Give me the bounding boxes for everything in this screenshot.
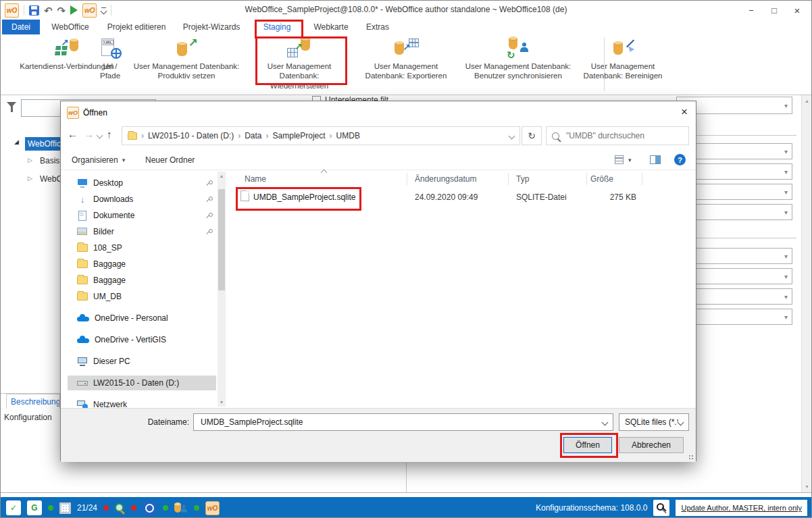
column-header-size[interactable]: Größe [590, 174, 613, 184]
map-database-icon: ↗ [51, 37, 82, 60]
search-box[interactable] [546, 126, 689, 145]
redo-icon[interactable]: ↷ [57, 5, 66, 16]
new-folder-button[interactable]: Neuer Ordner [145, 155, 195, 165]
file-modified: 24.09.2020 09:49 [415, 192, 478, 202]
breadcrumb[interactable]: › LW2015-10 - Daten (D:) › Data › Sample… [122, 126, 520, 145]
tab-staging[interactable]: Staging [256, 20, 298, 34]
sync-status-icon[interactable]: G [27, 500, 42, 515]
view-dropdown-icon[interactable]: ▾ [628, 157, 632, 163]
sidebar-item-downloads[interactable]: ↓ Downloads [68, 192, 216, 207]
ribbon-button-umdb-produktiv-setzen[interactable]: ↗ User Management Datenbank: Produktiv s… [129, 37, 244, 90]
help-icon[interactable]: ? [674, 154, 686, 165]
dialog-close-icon[interactable]: × [681, 105, 688, 119]
breadcrumb-item-drive[interactable]: LW2015-10 - Daten (D:) [148, 131, 234, 140]
filename-label: Dateiname: [141, 417, 189, 427]
element-counter: 21/24 [77, 503, 97, 513]
tab-webkarte[interactable]: Webkarte [306, 20, 356, 34]
breadcrumb-separator: › [266, 131, 269, 140]
sort-ascending-icon[interactable] [321, 170, 328, 176]
sidebar-item-baggage-2[interactable]: Baggage [68, 273, 216, 288]
sidebar-item-dieser-pc[interactable]: Dieser PC [68, 354, 216, 369]
tab-extras[interactable]: Extras [360, 20, 395, 34]
run-icon[interactable] [70, 5, 78, 15]
user-database-icon[interactable] [174, 502, 188, 514]
ribbon-button-umdb-wiederherstellen[interactable]: ↗ User Management Datenbank: Wiederherst… [257, 37, 341, 90]
sidebar-item-baggage[interactable]: Baggage [68, 257, 216, 271]
column-separator[interactable] [586, 173, 587, 185]
column-separator[interactable] [407, 173, 407, 185]
column-header-name[interactable]: Name [245, 174, 266, 184]
ribbon-button-umdb-benutzer-synchronisieren[interactable]: ↻ User Management Datenbank: Benutzer sy… [457, 37, 579, 90]
sidebar-item-bilder[interactable]: Bilder [68, 224, 216, 239]
server-icon[interactable] [59, 502, 71, 514]
minimize-icon[interactable]: − [740, 1, 763, 20]
tab-weboffice[interactable]: WebOffice [44, 20, 97, 34]
dialog-title-bar: wO Öffnen × [61, 101, 696, 124]
back-icon[interactable]: ← [68, 128, 78, 140]
breadcrumb-dropdown-icon[interactable] [509, 132, 515, 139]
validation-icon[interactable]: ✓ [6, 500, 21, 515]
sidebar-scrollbar[interactable]: ▴ ▾ [218, 172, 226, 407]
preview-pane-icon[interactable] [650, 155, 661, 164]
search-service-icon[interactable] [115, 503, 125, 513]
organize-menu[interactable]: Organisieren ▾ [72, 155, 125, 165]
tab-beschreibung[interactable]: Beschreibung [6, 394, 60, 409]
up-icon[interactable]: ↑ [107, 128, 112, 140]
breadcrumb-item-sampleproject[interactable]: SampleProject [273, 131, 326, 140]
column-separator[interactable] [642, 173, 642, 185]
filename-combobox[interactable] [193, 413, 613, 431]
ribbon-button-url-pfade[interactable]: URL Url / Pfade [94, 37, 126, 90]
breadcrumb-item-data[interactable]: Data [245, 131, 261, 140]
tab-datei[interactable]: Datei [2, 20, 40, 34]
key-icon[interactable] [653, 500, 669, 516]
tree-expander-expanded-icon[interactable]: ◢ [14, 138, 19, 145]
weboffice-service-icon[interactable]: wO [205, 501, 220, 515]
sidebar-item-onedrive-vertigis[interactable]: OneDrive - VertiGIS [68, 332, 216, 347]
column-header-modified[interactable]: Änderungsdatum [415, 174, 476, 184]
ribbon-button-umdb-exportieren[interactable]: ↗ User Management Datenbank: Exportieren [363, 37, 449, 90]
forward-icon: → [84, 128, 94, 140]
sidebar-item-um-db[interactable]: UM_DB [68, 289, 216, 304]
sidebar-item-lw2015-drive[interactable]: LW2015-10 - Daten (D:) [68, 375, 216, 390]
maximize-icon[interactable]: □ [763, 1, 786, 20]
column-header-type[interactable]: Typ [516, 174, 529, 184]
sidebar-item-dokumente[interactable]: Dokumente [68, 208, 216, 223]
tab-projekt-editieren[interactable]: Projekt editieren [101, 20, 172, 34]
file-name[interactable]: UMDB_SampleProject.sqlite [253, 192, 355, 202]
view-options-icon[interactable] [615, 155, 624, 164]
dropdown-icon [678, 419, 684, 425]
recent-locations-icon[interactable] [97, 132, 103, 139]
column-separator[interactable] [508, 173, 509, 185]
cancel-button[interactable]: Abbrechen [619, 437, 684, 453]
sidebar-item-108-sp[interactable]: 108_SP [68, 240, 216, 255]
refresh-icon[interactable]: ↻ [522, 126, 542, 145]
tab-konfiguration[interactable]: Konfiguration [4, 413, 60, 423]
arcgis-icon[interactable] [143, 501, 157, 515]
breadcrumb-item-umdb[interactable]: UMDB [336, 131, 360, 140]
filename-input[interactable] [199, 417, 603, 428]
weboffice-icon[interactable]: wO [82, 3, 97, 18]
ribbon-button-umdb-bereinigen[interactable]: User Management Datenbank: Bereinigen [574, 37, 672, 90]
sidebar-item-onedrive-personal[interactable]: OneDrive - Personal [68, 311, 216, 326]
filetype-select[interactable]: SQLite files (*.*) [619, 413, 689, 431]
sidebar-item-desktop[interactable]: Desktop [68, 176, 216, 190]
undo-icon[interactable]: ↶ [44, 5, 53, 16]
open-button[interactable]: Öffnen [563, 437, 612, 453]
separator [111, 5, 111, 16]
save-icon[interactable] [29, 5, 39, 16]
resize-grip[interactable] [688, 455, 694, 460]
customize-quick-access-icon[interactable] [101, 7, 106, 14]
tree-expander-collapsed-icon[interactable]: ▷ [28, 175, 32, 182]
tree-item-basis[interactable]: Basis [40, 156, 59, 165]
search-input[interactable] [565, 130, 683, 141]
status-dot-red [131, 505, 136, 511]
tab-projekt-wizards[interactable]: Projekt-Wizards [176, 20, 247, 34]
folder-icon [77, 260, 88, 268]
window-title: WebOffice_SampleProject@108.0.0* - WebOf… [203, 5, 609, 14]
breadcrumb-separator: › [238, 131, 240, 140]
update-author-button[interactable]: Update Author, MASTER, intern only [676, 500, 807, 516]
window-scrollbar[interactable]: ▴ ▾ [801, 95, 812, 492]
dropdown-icon[interactable] [602, 419, 609, 425]
tree-expander-collapsed-icon[interactable]: ▷ [28, 157, 32, 163]
close-icon[interactable]: × [786, 1, 809, 20]
